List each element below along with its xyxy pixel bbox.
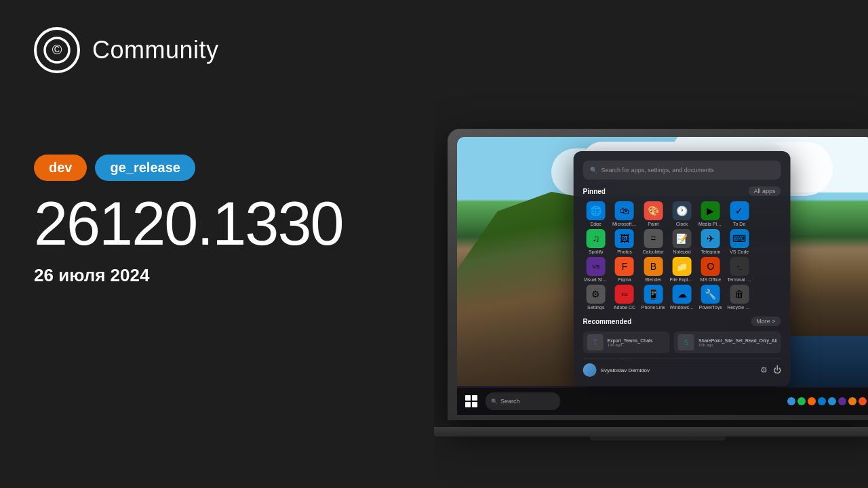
phonelink-icon: 📱: [644, 285, 663, 304]
windows-logo-icon: [465, 395, 477, 407]
screen-content: 🔍 Search for apps, settings, and documen…: [457, 137, 868, 415]
msstore-icon: 🛍: [615, 201, 634, 220]
logo-area: © Community: [34, 27, 400, 73]
taskbar-search-icon: 🔍: [491, 399, 498, 405]
settings-icon: ⚙: [587, 285, 606, 304]
pinned-mediaplayer[interactable]: ▶ Media Player: [698, 201, 724, 226]
taskbar-icon-1[interactable]: [787, 397, 795, 405]
notepad-icon: 📝: [673, 229, 692, 248]
office-icon: O: [701, 257, 720, 276]
taskbar-search-text: Search: [500, 398, 520, 405]
user-avatar: [583, 363, 597, 377]
pinned-blender[interactable]: B Blender: [640, 257, 666, 282]
pinned-edge[interactable]: 🌐 Edge: [583, 201, 609, 226]
pinned-terminal[interactable]: >_ Terminal Preview: [726, 257, 752, 282]
pinned-ms-store[interactable]: 🛍 Microsoft Store: [612, 201, 637, 226]
taskbar-icon-7[interactable]: [848, 397, 856, 405]
pinned-vscode[interactable]: ⌨ VS Code: [726, 229, 752, 254]
start-footer: Svyatoslav Demidov ⚙ ⏻: [583, 359, 781, 377]
edge-icon: 🌐: [587, 201, 606, 220]
rec-sharepoint-name: SharePoint_Site_Set_Read_Only_All: [698, 338, 777, 343]
powertoys-icon: 🔧: [701, 285, 720, 304]
start-search-icon: 🔍: [590, 167, 597, 174]
laptop-shell: 🔍 Search for apps, settings, and documen…: [448, 129, 868, 420]
pinned-recycle[interactable]: 🗑 Recycle Bin: [726, 285, 752, 310]
figma-icon: F: [615, 257, 634, 276]
badge-dev: dev: [34, 155, 87, 181]
right-panel: 🔍 Search for apps, settings, and documen…: [434, 0, 868, 488]
rec-item-teams[interactable]: T Export_Teams_Chats 14h ago: [583, 331, 670, 353]
win365-icon: ☁: [673, 285, 692, 304]
pinned-paint[interactable]: 🎨 Paint: [640, 201, 666, 226]
pinned-phonelink[interactable]: 📱 Phone Link: [640, 285, 666, 310]
rec-item-sharepoint[interactable]: S SharePoint_Site_Set_Read_Only_All 15h …: [674, 331, 781, 353]
pinned-spotify[interactable]: ♫ Spotify: [583, 229, 609, 254]
pinned-notepad[interactable]: 📝 Notepad: [669, 229, 694, 254]
pinned-figma[interactable]: F Figma: [612, 257, 637, 282]
taskbar-icon-2[interactable]: [797, 397, 806, 405]
community-logo: ©: [34, 27, 80, 73]
pinned-calc[interactable]: = Calculator: [640, 229, 666, 254]
calc-icon: =: [644, 229, 663, 248]
start-menu: 🔍 Search for apps, settings, and documen…: [574, 151, 791, 386]
screen-bezel: 🔍 Search for apps, settings, and documen…: [457, 137, 868, 415]
rec-teams-time: 14h ago: [608, 343, 653, 347]
pinned-explorer[interactable]: 📁 File Explorer: [669, 257, 694, 282]
start-button[interactable]: [462, 392, 480, 410]
pinned-photos[interactable]: 🖼 Photos: [612, 229, 637, 254]
rec-teams-icon: T: [587, 334, 604, 350]
recycle-icon: 🗑: [730, 285, 749, 304]
vscode-icon: ⌨: [730, 229, 749, 248]
pinned-vs[interactable]: VS Visual Studio: [583, 257, 609, 282]
start-search-box[interactable]: 🔍 Search for apps, settings, and documen…: [583, 161, 781, 180]
svg-text:©: ©: [52, 42, 62, 57]
photos-icon: 🖼: [615, 229, 634, 248]
mediaplayer-icon: ▶: [701, 201, 720, 220]
terminal-icon: >_: [730, 257, 749, 276]
laptop-mockup: 🔍 Search for apps, settings, and documen…: [434, 41, 868, 447]
recommended-title: Recommended: [583, 318, 632, 325]
pinned-win365[interactable]: ☁ Windows 365: [669, 285, 694, 310]
recommended-section: Recommended More > T Export_Teams_Chats: [583, 317, 781, 353]
pinned-settings[interactable]: ⚙ Settings: [583, 285, 609, 310]
badge-release: ge_release: [95, 155, 195, 181]
telegram-icon: ✈: [701, 229, 720, 248]
pinned-telegram[interactable]: ✈ Telegram: [698, 229, 724, 254]
settings-footer-icon[interactable]: ⚙: [760, 365, 768, 375]
pinned-adobecc[interactable]: Cc Adobe CC: [612, 285, 637, 310]
user-name: Svyatoslav Demidov: [601, 367, 650, 373]
taskbar-icon-5[interactable]: [828, 397, 836, 405]
footer-actions: ⚙ ⏻: [760, 365, 781, 375]
user-info[interactable]: Svyatoslav Demidov: [583, 363, 650, 377]
brand-name: Community: [92, 36, 219, 64]
left-panel: © Community dev ge_release 26120.1330 26…: [0, 0, 434, 488]
taskbar: 🔍 Search: [457, 388, 868, 415]
recommended-header: Recommended More >: [583, 317, 781, 326]
explorer-icon: 📁: [673, 257, 692, 276]
paint-icon: 🎨: [644, 201, 663, 220]
visualstudio-icon: VS: [587, 257, 606, 276]
taskbar-right: [787, 397, 867, 405]
rec-sharepoint-time: 15h ago: [698, 343, 777, 347]
clock-icon: 🕐: [673, 201, 692, 220]
pinned-grid: 🌐 Edge 🛍 Microsoft Store 🎨 Paint: [583, 201, 781, 310]
pinned-todo[interactable]: ✓ To Do: [726, 201, 752, 226]
more-label[interactable]: More >: [751, 317, 781, 326]
todo-icon: ✓: [730, 201, 749, 220]
spotify-icon: ♫: [587, 229, 606, 248]
pinned-powertoys[interactable]: 🔧 PowerToys: [698, 285, 724, 310]
power-icon[interactable]: ⏻: [773, 365, 781, 375]
taskbar-icon-6[interactable]: [838, 397, 846, 405]
taskbar-icon-4[interactable]: [818, 397, 826, 405]
pinned-office[interactable]: O MS Office: [698, 257, 724, 282]
laptop-base: [434, 427, 868, 436]
taskbar-icon-8[interactable]: [859, 397, 867, 405]
rec-teams-name: Export_Teams_Chats: [608, 338, 653, 343]
all-apps-link[interactable]: All apps: [749, 186, 781, 196]
pinned-header: Pinned All apps: [583, 186, 781, 196]
taskbar-icon-3[interactable]: [808, 397, 816, 405]
blender-icon: B: [644, 257, 663, 276]
taskbar-search[interactable]: 🔍 Search: [486, 392, 560, 410]
badges-row: dev ge_release: [34, 155, 400, 181]
pinned-clock[interactable]: 🕐 Clock: [669, 201, 694, 226]
